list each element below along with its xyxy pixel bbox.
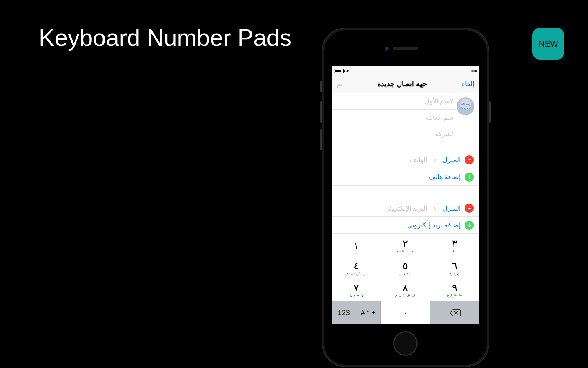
cancel-button[interactable]: إلغاء: [462, 80, 474, 88]
remove-icon[interactable]: –: [465, 155, 474, 164]
key-5[interactable]: ٥د ذ ر ز: [381, 257, 430, 279]
key-8[interactable]: ٨ف ق ك ل م: [381, 279, 430, 301]
key-1[interactable]: ١: [332, 235, 381, 257]
phone-placeholder[interactable]: الهاتف: [337, 156, 427, 164]
key-backspace[interactable]: [430, 301, 479, 324]
backspace-icon: [449, 309, 461, 317]
add-phone-row[interactable]: + إضافة هاتف: [332, 168, 479, 186]
company-field[interactable]: الشركة: [332, 126, 455, 142]
last-name-field[interactable]: اسم العائلة: [332, 110, 455, 126]
screen: ••••• ➤ إلغاء جهة اتصال جديدة تم: [332, 66, 479, 324]
volume-down: [320, 129, 322, 150]
nav-bar: إلغاء جهة اتصال جديدة تم: [332, 75, 479, 93]
contact-form: إضافة صورة الاسم الأول اسم العائلة الشرك…: [332, 93, 479, 234]
key-2[interactable]: ٢ب ت ة ث: [381, 235, 430, 257]
key-4[interactable]: ٤س ش ص ض: [332, 257, 381, 279]
power-button: [489, 101, 491, 123]
email-type[interactable]: المنزل: [443, 204, 461, 212]
add-email-label: إضافة بريد إلكتروني: [407, 221, 461, 229]
add-phone-label: إضافة هاتف: [429, 173, 461, 181]
phone-row[interactable]: – المنزل ‹ الهاتف: [332, 151, 479, 168]
add-photo-button[interactable]: إضافة صورة: [457, 97, 474, 115]
location-icon: ➤: [345, 68, 350, 74]
email-placeholder[interactable]: البريد الإلكتروني: [337, 204, 427, 212]
chevron-left-icon: ‹: [431, 204, 439, 213]
signal-dots: •••••: [471, 68, 477, 73]
home-button[interactable]: [393, 331, 418, 356]
key-mode[interactable]: 123: [332, 301, 356, 324]
key-7[interactable]: ٧ن ه و ي: [332, 279, 381, 301]
front-camera: [385, 47, 389, 51]
email-row[interactable]: – المنزل ‹ البريد الإلكتروني: [332, 200, 479, 217]
phone-frame: ••••• ➤ إلغاء جهة اتصال جديدة تم: [322, 28, 489, 367]
status-bar: ••••• ➤: [332, 66, 479, 75]
key-3[interactable]: ٣ا ء: [430, 235, 479, 257]
add-icon[interactable]: +: [465, 221, 474, 230]
add-email-row[interactable]: + إضافة بريد إلكتروني: [332, 217, 479, 234]
phone-type[interactable]: المنزل: [443, 156, 461, 164]
done-button[interactable]: تم: [336, 80, 343, 88]
new-badge: NEW: [532, 28, 564, 60]
speaker: [393, 47, 418, 50]
volume-up: [320, 101, 322, 123]
slide-title: Keyboard Number Pads: [39, 24, 292, 51]
mute-switch: [320, 81, 322, 92]
battery-icon: [334, 69, 344, 73]
first-name-field[interactable]: الاسم الأول: [332, 93, 455, 110]
remove-icon[interactable]: –: [465, 204, 474, 213]
number-pad: ١ ٢ب ت ة ث ٣ا ء ٤س ش ص ض ٥د ذ ر ز ٦ج ح خ…: [332, 235, 479, 324]
key-6[interactable]: ٦ج ح خ: [430, 257, 479, 279]
add-icon[interactable]: +: [465, 173, 474, 182]
key-symbols[interactable]: + * #: [356, 301, 381, 324]
nav-title: جهة اتصال جديدة: [377, 80, 427, 88]
chevron-left-icon: ‹: [431, 155, 439, 164]
key-9[interactable]: ٩ط ظ ع غ: [430, 279, 479, 301]
key-0[interactable]: ٠: [381, 301, 430, 324]
